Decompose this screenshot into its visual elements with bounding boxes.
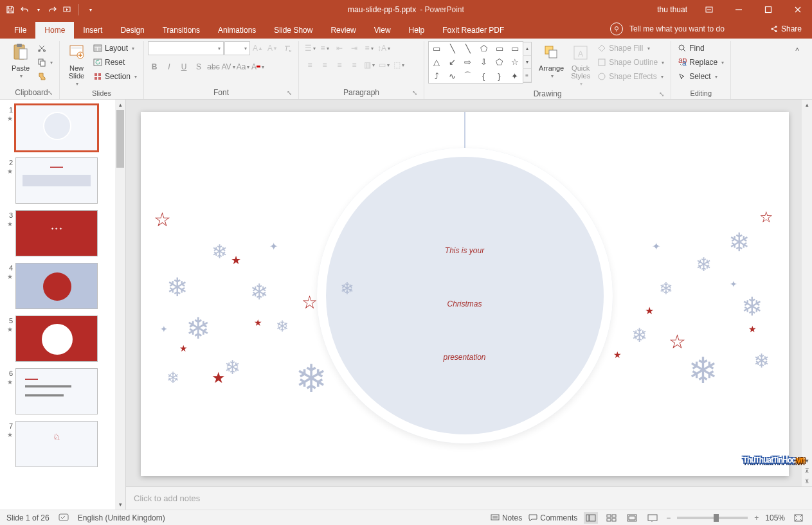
font-color-icon[interactable]: A▾ <box>251 60 264 73</box>
dialog-launcher-icon[interactable]: ⤡ <box>285 89 293 97</box>
bullets-icon[interactable]: ☰▾ <box>303 41 317 55</box>
next-slide-icon[interactable]: ⊻ <box>802 476 812 486</box>
close-icon[interactable] <box>784 0 812 19</box>
scroll-thumb[interactable] <box>116 110 124 168</box>
align-text-icon[interactable]: ▭▾ <box>377 58 391 72</box>
undo-icon[interactable] <box>19 4 30 15</box>
bold-button[interactable]: B <box>148 60 161 73</box>
increase-indent-icon[interactable]: ⇥ <box>347 41 361 55</box>
scroll-up-icon[interactable]: ▴ <box>802 100 812 110</box>
canvas-scrollbar[interactable]: ▴ ▾ ⊼ ⊻ <box>802 100 812 486</box>
notes-toggle[interactable]: Notes <box>491 513 522 522</box>
tab-transitions[interactable]: Transitions <box>154 22 209 39</box>
scroll-down-icon[interactable]: ▾ <box>115 499 125 510</box>
font-size-combo[interactable]: ▾ <box>224 41 250 55</box>
dialog-launcher-icon[interactable]: ⤡ <box>411 89 419 97</box>
layout-button[interactable]: Layout▾ <box>91 41 140 55</box>
slide-thumb[interactable]: 2★ ▬▬▬▬ <box>4 157 113 204</box>
shape-outline-button[interactable]: Shape Outline▾ <box>595 55 667 69</box>
underline-button[interactable]: U <box>177 60 190 73</box>
strikethrough-button[interactable]: abc <box>207 60 220 73</box>
align-right-icon[interactable]: ≡ <box>332 58 347 72</box>
font-name-combo[interactable]: ▾ <box>148 41 224 55</box>
tab-insert[interactable]: Insert <box>74 22 111 39</box>
tab-design[interactable]: Design <box>111 22 153 39</box>
reading-view-icon[interactable] <box>625 512 639 524</box>
shapes-gallery[interactable]: ▭╲╲⬠▭▭ △↙⇨⇩⬠☆ ⤴∿⌒{}✦ ▴▾≡ <box>428 41 523 84</box>
tab-review[interactable]: Review <box>321 22 365 39</box>
increase-font-icon[interactable]: A▲ <box>251 41 265 55</box>
clear-formatting-icon[interactable] <box>280 41 294 55</box>
align-left-icon[interactable]: ≡ <box>303 58 317 72</box>
collapse-ribbon-icon[interactable]: ^ <box>790 44 804 58</box>
replace-button[interactable]: abacReplace▾ <box>675 55 726 69</box>
section-button[interactable]: Section▾ <box>91 69 140 84</box>
new-slide-button[interactable]: New Slide ▾ <box>64 41 89 88</box>
numbering-icon[interactable]: ≡▾ <box>318 41 332 55</box>
save-icon[interactable] <box>5 4 15 15</box>
cut-button[interactable] <box>35 41 55 55</box>
quick-styles-button[interactable]: A Quick Styles▾ <box>568 41 593 88</box>
select-button[interactable]: Select▾ <box>675 69 726 84</box>
tab-file[interactable]: File <box>5 22 35 39</box>
zoom-in-icon[interactable]: + <box>754 513 759 522</box>
change-case-icon[interactable]: Aa▾ <box>237 60 249 73</box>
align-center-icon[interactable]: ≡ <box>318 58 332 72</box>
slide-canvas[interactable]: This is your Christmas presentation ❄ ❄ … <box>141 112 789 476</box>
slide-thumb[interactable]: 6★ ▬▬▬▬▬▬▬▬▬▬▬▬▬▬▬ <box>4 368 113 414</box>
slide-thumb[interactable]: 3★ ✦ ✦ ✦ <box>4 210 113 256</box>
shadow-button[interactable]: S <box>192 60 205 73</box>
start-from-beginning-icon[interactable] <box>62 4 72 15</box>
tell-me-input[interactable]: Tell me what you want to do <box>629 24 725 33</box>
tab-foxit[interactable]: Foxit Reader PDF <box>433 22 513 39</box>
paste-button[interactable]: Paste ▾ <box>8 41 33 80</box>
line-spacing-icon[interactable]: ≡▾ <box>362 41 376 55</box>
notes-pane[interactable]: Click to add notes <box>126 486 812 510</box>
slide-thumb[interactable]: 7★ ♘ <box>4 421 113 467</box>
dialog-launcher-icon[interactable]: ⤡ <box>46 89 54 97</box>
tab-slideshow[interactable]: Slide Show <box>265 22 321 39</box>
slide-count-status[interactable]: Slide 1 of 26 <box>6 513 50 522</box>
copy-button[interactable]: ▾ <box>35 55 55 69</box>
scroll-up-icon[interactable]: ▴ <box>115 100 125 110</box>
tab-view[interactable]: View <box>365 22 400 39</box>
arrange-button[interactable]: Arrange▾ <box>536 41 566 80</box>
tab-home[interactable]: Home <box>35 22 74 39</box>
justify-icon[interactable]: ≡ <box>347 58 361 72</box>
prev-slide-icon[interactable]: ⊼ <box>802 466 812 476</box>
maximize-icon[interactable] <box>754 0 782 19</box>
ribbon-display-options-icon[interactable] <box>695 0 723 19</box>
shape-effects-button[interactable]: Shape Effects▾ <box>595 69 667 84</box>
comments-toggle[interactable]: Comments <box>528 513 577 522</box>
spellcheck-icon[interactable] <box>59 513 69 522</box>
reset-button[interactable]: Reset <box>91 55 140 69</box>
gallery-up-icon[interactable]: ▴ <box>523 42 531 56</box>
zoom-slider[interactable] <box>677 517 748 519</box>
zoom-level[interactable]: 105% <box>765 513 785 522</box>
redo-icon[interactable] <box>48 4 58 15</box>
decrease-indent-icon[interactable]: ⇤ <box>332 41 347 55</box>
slide-thumb[interactable]: 4★ <box>4 263 113 309</box>
find-button[interactable]: Find <box>675 41 726 55</box>
dialog-launcher-icon[interactable]: ⤡ <box>658 91 665 98</box>
user-name[interactable]: thu thuat <box>657 5 687 14</box>
language-status[interactable]: English (United Kingdom) <box>78 513 165 522</box>
slideshow-view-icon[interactable] <box>645 512 660 524</box>
scroll-down-icon[interactable]: ▾ <box>802 456 812 466</box>
decrease-font-icon[interactable]: A▼ <box>266 41 280 55</box>
fit-to-window-icon[interactable] <box>791 512 806 524</box>
qat-customize-icon[interactable]: ▾ <box>86 4 96 15</box>
smartart-icon[interactable]: ⬚▾ <box>392 58 406 72</box>
zoom-out-icon[interactable]: − <box>666 513 671 522</box>
text-direction-icon[interactable]: ↕A▾ <box>377 41 391 55</box>
italic-button[interactable]: I <box>163 60 176 73</box>
normal-view-icon[interactable] <box>584 512 598 524</box>
slide-thumb[interactable]: 1★ <box>4 105 113 151</box>
gallery-more-icon[interactable]: ≡ <box>523 69 531 82</box>
minimize-icon[interactable] <box>725 0 753 19</box>
columns-icon[interactable]: ▥▾ <box>362 58 376 72</box>
tab-help[interactable]: Help <box>400 22 434 39</box>
character-spacing-icon[interactable]: AV▾ <box>222 60 235 73</box>
slide-sorter-icon[interactable] <box>604 512 618 524</box>
tab-animations[interactable]: Animations <box>209 22 265 39</box>
